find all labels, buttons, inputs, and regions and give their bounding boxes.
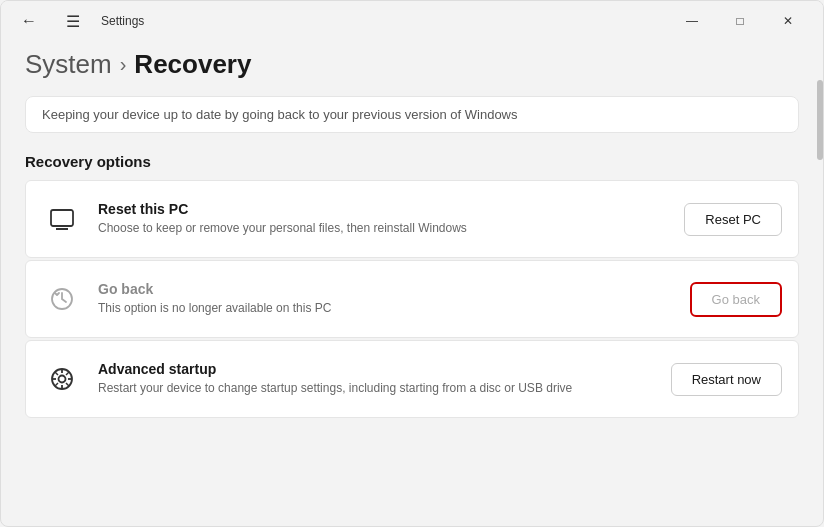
svg-line-10: [55, 372, 58, 375]
breadcrumb-system-link[interactable]: System: [25, 49, 112, 80]
reset-pc-icon: [42, 199, 82, 239]
svg-line-11: [66, 383, 69, 386]
main-content: Keeping your device up to date by going …: [1, 96, 823, 526]
titlebar: ← ☰ Settings — □ ✕: [1, 1, 823, 41]
window-controls: — □ ✕: [669, 5, 811, 37]
back-navigation-button[interactable]: ←: [13, 5, 45, 37]
reset-pc-description: Choose to keep or remove your personal f…: [98, 220, 668, 237]
close-button[interactable]: ✕: [765, 5, 811, 37]
reset-pc-text: Reset this PC Choose to keep or remove y…: [98, 201, 668, 237]
maximize-button[interactable]: □: [717, 5, 763, 37]
go-back-option: Go back This option is no longer availab…: [25, 260, 799, 338]
page-title: Recovery: [134, 49, 251, 80]
restart-now-button[interactable]: Restart now: [671, 363, 782, 396]
go-back-title: Go back: [98, 281, 674, 297]
reset-pc-title: Reset this PC: [98, 201, 668, 217]
hamburger-menu-button[interactable]: ☰: [57, 5, 89, 37]
advanced-startup-description: Restart your device to change startup se…: [98, 380, 655, 397]
scrollbar-thumb[interactable]: [817, 80, 823, 160]
advanced-startup-option: Advanced startup Restart your device to …: [25, 340, 799, 418]
go-back-button[interactable]: Go back: [690, 282, 782, 317]
breadcrumb: System › Recovery: [1, 41, 823, 96]
reset-pc-button[interactable]: Reset PC: [684, 203, 782, 236]
window-title: Settings: [101, 14, 144, 28]
svg-line-13: [55, 383, 58, 386]
svg-line-12: [66, 372, 69, 375]
advanced-startup-icon: [42, 359, 82, 399]
go-back-text: Go back This option is no longer availab…: [98, 281, 674, 317]
svg-point-5: [59, 376, 66, 383]
info-bar-text: Keeping your device up to date by going …: [42, 107, 518, 122]
advanced-startup-title: Advanced startup: [98, 361, 655, 377]
advanced-startup-text: Advanced startup Restart your device to …: [98, 361, 655, 397]
section-title: Recovery options: [25, 153, 799, 170]
reset-pc-option: Reset this PC Choose to keep or remove y…: [25, 180, 799, 258]
info-bar: Keeping your device up to date by going …: [25, 96, 799, 133]
minimize-button[interactable]: —: [669, 5, 715, 37]
go-back-icon: [42, 279, 82, 319]
svg-rect-0: [51, 210, 73, 226]
recovery-options-list: Reset this PC Choose to keep or remove y…: [25, 180, 799, 418]
go-back-description: This option is no longer available on th…: [98, 300, 674, 317]
breadcrumb-separator: ›: [120, 53, 127, 76]
scrollbar-track[interactable]: [816, 40, 824, 527]
